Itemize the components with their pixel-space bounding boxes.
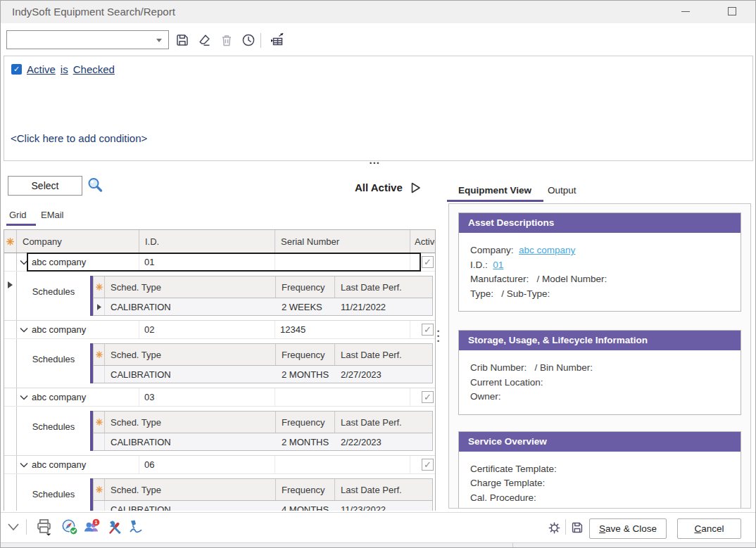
report-settings-button[interactable] xyxy=(547,521,562,538)
delete-search-button[interactable] xyxy=(218,32,235,49)
layout-options-button[interactable] xyxy=(269,32,286,49)
print-button[interactable] xyxy=(34,517,53,539)
schedule-row[interactable]: CALIBRATION 2 WEEKS 11/21/2022 xyxy=(94,298,432,315)
save-close-button[interactable]: Save & Close xyxy=(589,518,667,539)
condition-value-link[interactable]: Checked xyxy=(73,63,115,75)
add-condition-link[interactable]: <Click here to add condition> xyxy=(11,132,147,144)
id-link[interactable]: 01 xyxy=(493,260,503,270)
active-tab-underline xyxy=(447,200,543,202)
column-header-last-date[interactable]: Last Date Perf. xyxy=(335,479,432,500)
grid-group: abc company 02 12345 ✓ Schedules Sched. … xyxy=(4,321,435,388)
column-header-last-date[interactable]: Last Date Perf. xyxy=(335,412,432,433)
column-header-company[interactable]: Company xyxy=(17,230,139,253)
current-location-line: Current Location: xyxy=(470,376,729,390)
select-button[interactable]: Select xyxy=(8,176,82,196)
run-search-button[interactable] xyxy=(411,182,421,193)
column-header-active[interactable]: Active xyxy=(410,230,435,253)
column-header-serial[interactable]: Serial Number xyxy=(275,230,410,253)
filter-star-icon[interactable] xyxy=(94,276,105,298)
cell-id: 01 xyxy=(139,253,275,271)
schedule-row[interactable]: CALIBRATION 2 MONTHS 2/22/2023 xyxy=(94,433,432,450)
column-header-sched-type[interactable]: Sched. Type xyxy=(105,344,276,365)
cell-last-date: 2/27/2023 xyxy=(335,369,432,380)
clear-conditions-button[interactable] xyxy=(196,32,213,49)
column-header-frequency[interactable]: Frequency xyxy=(276,479,335,500)
expand-more-button[interactable] xyxy=(6,522,20,535)
cell-serial: 12345 xyxy=(275,321,410,338)
bottom-edge-divider xyxy=(512,543,513,548)
tab-output[interactable]: Output xyxy=(548,185,577,196)
condition-field-link[interactable]: Active xyxy=(27,63,56,75)
active-checkbox[interactable]: ✓ xyxy=(422,256,434,268)
active-tab-underline xyxy=(6,224,36,226)
active-checkbox[interactable]: ✓ xyxy=(422,391,434,403)
horizontal-splitter[interactable]: ••• xyxy=(370,160,380,167)
collapse-chevron-icon[interactable] xyxy=(20,395,28,400)
filter-star-icon[interactable] xyxy=(4,230,17,253)
column-header-sched-type[interactable]: Sched. Type xyxy=(105,412,276,433)
column-header-last-date[interactable]: Last Date Perf. xyxy=(335,344,432,365)
tab-equipment-view[interactable]: Equipment View xyxy=(458,185,531,196)
table-row[interactable]: abc company 01 ✓ xyxy=(4,253,435,272)
toolbar-separator xyxy=(260,33,261,48)
cell-frequency: 4 MONTHS xyxy=(276,504,335,511)
filter-star-icon[interactable] xyxy=(94,412,105,433)
search-history-button[interactable] xyxy=(240,32,257,49)
maintenance-tools-button[interactable] xyxy=(106,518,123,538)
tab-grid[interactable]: Grid xyxy=(9,210,27,220)
chevron-down-icon[interactable] xyxy=(156,39,162,42)
verify-web-button[interactable] xyxy=(61,518,78,538)
column-header-frequency[interactable]: Frequency xyxy=(276,276,335,298)
active-checkbox[interactable]: ✓ xyxy=(422,324,434,336)
schedules-subgrid: Sched. Type Frequency Last Date Perf. CA… xyxy=(93,343,433,383)
title-bar: IndySoft Equipment Search/Report xyxy=(1,1,755,23)
schedule-row[interactable]: CALIBRATION 4 MONTHS 11/23/2022 xyxy=(94,501,432,511)
eraser-icon xyxy=(196,32,213,49)
schedules-subgrid: Sched. Type Frequency Last Date Perf. CA… xyxy=(93,276,433,316)
filter-star-icon[interactable] xyxy=(94,344,105,365)
collapse-chevron-icon[interactable] xyxy=(20,260,28,265)
cell-id: 02 xyxy=(139,321,275,338)
cell-serial xyxy=(275,388,410,406)
assigned-users-button[interactable]: 1 xyxy=(82,518,101,539)
detail-caption: Schedules xyxy=(17,474,90,499)
tools-icon xyxy=(106,518,123,535)
column-header-last-date[interactable]: Last Date Perf. xyxy=(335,276,432,298)
column-header-sched-type[interactable]: Sched. Type xyxy=(105,479,276,500)
equipment-view-content: Asset Descriptions Company: abc company … xyxy=(448,203,751,509)
row-indicator-cell xyxy=(4,474,17,511)
cell-sched-type: CALIBRATION xyxy=(105,369,276,380)
tab-email[interactable]: EMail xyxy=(41,210,64,220)
detail-caption: Schedules xyxy=(17,272,90,297)
condition-checkbox[interactable]: ✓ xyxy=(11,64,22,75)
table-row[interactable]: abc company 02 12345 ✓ xyxy=(4,321,435,339)
schedules-subgrid: Sched. Type Frequency Last Date Perf. CA… xyxy=(93,411,433,451)
company-link[interactable]: abc company xyxy=(519,245,575,255)
schedule-row[interactable]: CALIBRATION 2 MONTHS 2/27/2023 xyxy=(94,366,432,383)
collapse-chevron-icon[interactable] xyxy=(20,327,28,333)
filter-star-icon[interactable] xyxy=(94,479,105,500)
collapse-chevron-icon[interactable] xyxy=(20,462,28,468)
column-header-frequency[interactable]: Frequency xyxy=(276,344,335,365)
row-indicator-cell xyxy=(94,501,105,511)
equipment-search-report-window: IndySoft Equipment Search/Report xyxy=(0,0,756,548)
saved-search-combo[interactable] xyxy=(6,30,169,49)
column-header-sched-type[interactable]: Sched. Type xyxy=(105,276,276,298)
search-button[interactable] xyxy=(86,176,105,195)
cell-company: abc company xyxy=(32,324,86,335)
save-search-button[interactable] xyxy=(174,32,191,49)
save-layout-button[interactable] xyxy=(569,520,585,538)
signature-button[interactable] xyxy=(127,518,144,538)
minimize-button[interactable] xyxy=(674,2,698,20)
active-checkbox[interactable]: ✓ xyxy=(422,459,434,471)
table-row[interactable]: abc company 03 ✓ xyxy=(4,388,435,407)
column-header-frequency[interactable]: Frequency xyxy=(276,412,335,433)
cell-sched-type: CALIBRATION xyxy=(105,302,276,312)
cell-serial xyxy=(275,253,410,271)
maximize-button[interactable] xyxy=(720,2,744,20)
condition-operator-link[interactable]: is xyxy=(61,63,68,75)
table-row[interactable]: abc company 06 ✓ xyxy=(4,456,435,474)
minimize-icon xyxy=(681,11,690,12)
cancel-button[interactable]: Cancel xyxy=(677,518,741,539)
column-header-id[interactable]: I.D. xyxy=(139,230,275,253)
